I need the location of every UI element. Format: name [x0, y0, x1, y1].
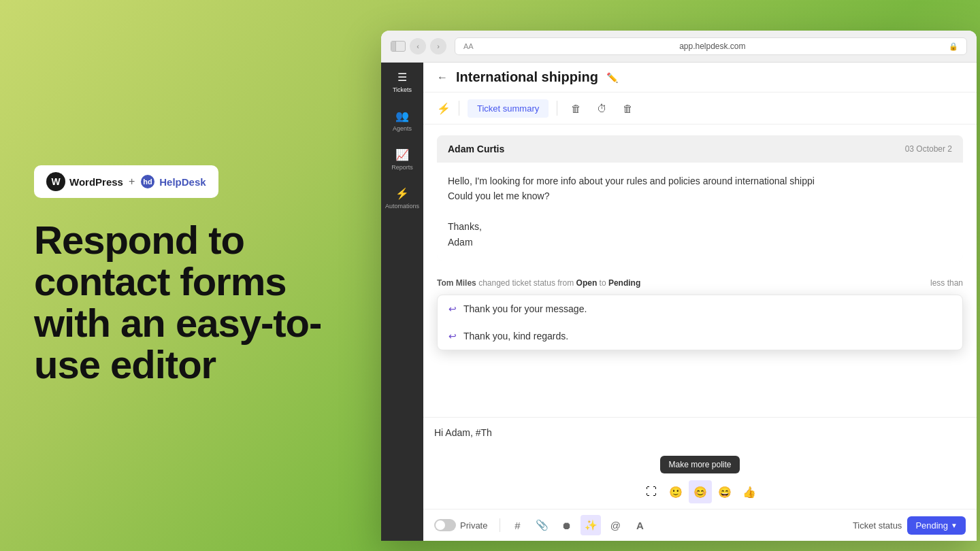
compose-area: Hi Adam, #Th Make more polite ⛶ 🙂 😊 😄 👍: [423, 417, 977, 541]
app-layout: ☰ Tickets 👥 Agents 📈 Reports ⚡ Automatio…: [381, 63, 977, 541]
autocomplete-text-1: Thank you for your message.: [463, 303, 587, 314]
emoji-btn-2[interactable]: 😊: [689, 480, 712, 503]
format-btn[interactable]: A: [630, 515, 650, 535]
message-card: Adam Curtis 03 October 2 Hello, I'm look…: [437, 135, 963, 261]
sidebar-label-agents: Agents: [393, 125, 412, 132]
message-line2: Could you let me know?: [448, 188, 952, 203]
sidebar-toggle-left: [391, 41, 396, 51]
compose-toolbar: Private # 📎 ⏺ ✨ @ A Ticket status Pendin…: [423, 509, 977, 541]
status-value: Pending: [915, 520, 948, 531]
headline-line4: use editor: [34, 344, 340, 386]
headline-line3: with an easy-to-: [34, 303, 340, 344]
logo-bar: W WordPress + hd HelpDesk: [34, 165, 218, 198]
ticket-header: ← International shipping ✏️: [423, 63, 977, 93]
sidebar-item-reports[interactable]: 📈 Reports: [381, 140, 423, 179]
status-to: Pending: [608, 278, 640, 288]
headline: Respond to contact forms with an easy-to…: [34, 220, 340, 386]
status-time: less than: [930, 278, 963, 288]
thumbsup-btn[interactable]: 👍: [738, 480, 761, 503]
reply-icon-2: ↩: [448, 331, 457, 341]
private-label: Private: [460, 520, 487, 531]
sidebar-toggle-btn[interactable]: [391, 41, 406, 52]
status-dropdown[interactable]: Pending ▼: [907, 516, 966, 535]
helpdesk-label: HelpDesk: [159, 176, 206, 188]
emoji-toolbar: ⛶ 🙂 😊 😄 👍: [423, 478, 977, 509]
headline-line2: contact forms: [34, 261, 340, 303]
automations-icon: ⚡: [395, 187, 409, 200]
plus-separator: +: [129, 176, 135, 188]
browser-controls: ‹ ›: [391, 38, 446, 54]
compose-text[interactable]: Hi Adam, #Th: [423, 418, 977, 452]
tooltip-bubble: Make more polite: [660, 456, 739, 473]
browser-chrome: ‹ › AA app.helpdesk.com 🔒: [381, 31, 977, 63]
sidebar-item-agents[interactable]: 👥 Agents: [381, 101, 423, 140]
toggle-switch[interactable]: [434, 519, 456, 531]
status-to-word: to: [600, 278, 608, 288]
left-panel: W WordPress + hd HelpDesk Respond to con…: [0, 124, 381, 427]
sidebar-item-tickets[interactable]: ☰ Tickets: [381, 63, 423, 101]
toolbar-delete-btn[interactable]: 🗑: [617, 98, 638, 118]
autocomplete-dropdown: ↩ Thank you for your message. ↩ Thank yo…: [437, 295, 963, 350]
autocomplete-item-1[interactable]: ↩ Thank you for your message.: [438, 295, 962, 322]
toolbar-divider-1: [459, 101, 459, 116]
chevron-down-icon: ▼: [951, 522, 958, 529]
tickets-icon: ☰: [397, 71, 407, 84]
lightning-icon: ⚡: [437, 102, 451, 115]
record-btn[interactable]: ⏺: [556, 515, 576, 535]
status-change-text: Tom Miles changed ticket status from Ope…: [437, 278, 640, 288]
expand-btn[interactable]: ⛶: [640, 480, 663, 503]
message-header: Adam Curtis 03 October 2: [437, 135, 963, 163]
main-content: ← International shipping ✏️ ⚡ Ticket sum…: [423, 63, 977, 541]
status-agent: Tom Miles: [437, 278, 476, 288]
private-toggle: Private: [434, 519, 487, 531]
mention-btn[interactable]: @: [605, 515, 625, 535]
edit-icon[interactable]: ✏️: [606, 72, 618, 83]
message-body: Hello, I'm looking for more info about y…: [437, 163, 963, 261]
toolbar-divider-2: [557, 101, 557, 116]
browser-window: ‹ › AA app.helpdesk.com 🔒 ☰ Tickets 👥 Ag…: [381, 31, 977, 541]
helpdesk-logo: hd HelpDesk: [140, 174, 206, 189]
compose-divider-1: [500, 518, 500, 532]
headline-line1: Respond to: [34, 220, 340, 261]
address-text: app.helpdesk.com: [679, 41, 745, 51]
address-bar[interactable]: AA app.helpdesk.com 🔒: [455, 37, 967, 55]
reply-icon-1: ↩: [448, 303, 457, 314]
autocomplete-item-2[interactable]: ↩ Thank you, kind regards.: [438, 322, 962, 350]
attachment-btn[interactable]: 📎: [532, 515, 552, 535]
sender-name: Adam Curtis: [448, 144, 504, 154]
wordpress-logo: W WordPress: [46, 172, 123, 191]
autocomplete-text-2: Thank you, kind regards.: [463, 331, 568, 341]
ticket-summary-tab[interactable]: Ticket summary: [468, 99, 549, 118]
ticket-title: International shipping: [456, 69, 598, 85]
agents-icon: 👥: [395, 110, 409, 122]
message-line1: Hello, I'm looking for more info about y…: [448, 173, 952, 188]
reports-icon: 📈: [395, 148, 409, 161]
sidebar-label-tickets: Tickets: [393, 86, 412, 93]
tooltip-container: Make more polite: [423, 452, 977, 478]
lock-icon: 🔒: [949, 42, 958, 51]
status-from: Open: [576, 278, 598, 288]
sidebar-item-automations[interactable]: ⚡ Automations: [381, 179, 423, 218]
toolbar-clock-btn[interactable]: ⏱: [591, 98, 612, 118]
status-action: changed ticket status from: [478, 278, 576, 288]
sidebar: ☰ Tickets 👥 Agents 📈 Reports ⚡ Automatio…: [381, 63, 423, 541]
message-thanks: Thanks,: [448, 219, 952, 234]
back-button[interactable]: ←: [437, 71, 448, 84]
browser-wrapper: ‹ › AA app.helpdesk.com 🔒 ☰ Tickets 👥 Ag…: [381, 10, 980, 541]
ticket-status-label: Ticket status: [853, 520, 902, 531]
ai-edit-btn[interactable]: ✨: [581, 515, 601, 535]
toolbar-trash-btn[interactable]: 🗑: [566, 98, 586, 118]
ticket-toolbar: ⚡ Ticket summary 🗑 ⏱ 🗑: [423, 93, 977, 124]
status-change: Tom Miles changed ticket status from Ope…: [437, 271, 963, 295]
forward-nav-btn[interactable]: ›: [430, 38, 446, 54]
status-bar: Ticket status Pending ▼: [853, 516, 966, 535]
emoji-btn-3[interactable]: 😄: [713, 480, 736, 503]
back-nav-btn[interactable]: ‹: [410, 38, 426, 54]
helpdesk-icon: hd: [140, 174, 155, 189]
emoji-btn-1[interactable]: 🙂: [664, 480, 687, 503]
sidebar-label-reports: Reports: [391, 164, 413, 171]
wordpress-icon: W: [46, 172, 65, 191]
message-sig: Adam: [448, 235, 952, 250]
message-date: 03 October 2: [905, 144, 952, 154]
hashtag-btn[interactable]: #: [507, 515, 527, 535]
